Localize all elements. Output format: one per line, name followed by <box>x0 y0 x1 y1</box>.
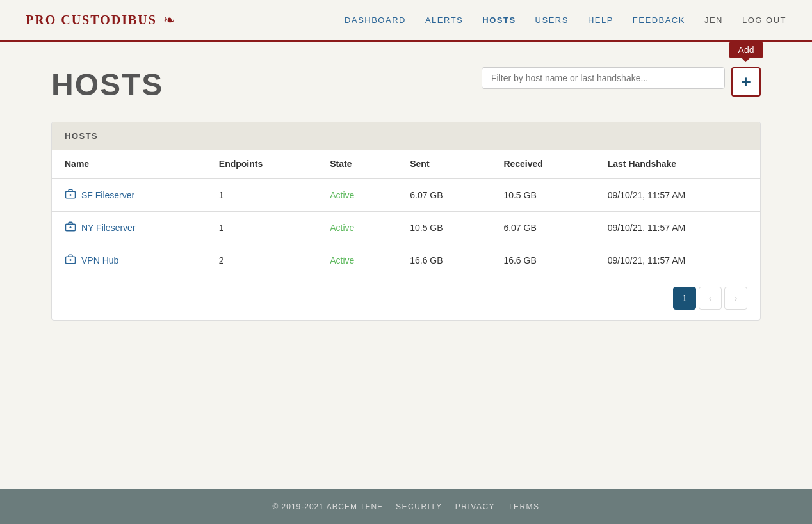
cell-name-0: SF Fileserver <box>52 179 206 212</box>
nav-feedback[interactable]: FEEDBACK <box>633 15 685 25</box>
host-icon-1 <box>65 221 76 235</box>
cell-state-1: Active <box>317 212 397 244</box>
add-host-button[interactable]: + <box>731 67 761 97</box>
header: PRO CUSTODIBUS ❧ DASHBOARD ALERTS HOSTS … <box>0 0 812 42</box>
host-icon-2 <box>65 253 76 267</box>
pagination: 1 ‹ › <box>52 276 760 320</box>
table-row: VPN Hub 2 Active 16.6 GB 16.6 GB 09/10/2… <box>52 244 760 277</box>
col-sent: Sent <box>397 150 491 179</box>
brand-icon: ❧ <box>163 12 175 29</box>
cell-endpoints-1: 1 <box>206 212 317 244</box>
footer: © 2019-2021 ARCEM TENE SECURITY PRIVACY … <box>0 489 812 524</box>
nav-help[interactable]: HELP <box>588 15 613 25</box>
table-header-row: Name Endpoints State Sent Received Last … <box>52 150 760 179</box>
add-button-container: Add + <box>731 67 761 97</box>
hosts-table: Name Endpoints State Sent Received Last … <box>52 150 760 276</box>
cell-state-0: Active <box>317 179 397 212</box>
nav-logout[interactable]: LOG OUT <box>742 15 786 25</box>
col-name: Name <box>52 150 206 179</box>
col-state: State <box>317 150 397 179</box>
col-endpoints: Endpoints <box>206 150 317 179</box>
hosts-table-container: HOSTS Name Endpoints State Sent Received… <box>51 122 761 321</box>
cell-state-2: Active <box>317 244 397 277</box>
host-link-0[interactable]: SF Fileserver <box>65 188 193 202</box>
filter-row: Add + <box>482 67 761 97</box>
search-input[interactable] <box>482 67 725 89</box>
cell-received-0: 10.5 GB <box>491 179 594 212</box>
host-link-2[interactable]: VPN Hub <box>65 253 193 267</box>
main-content: HOSTS Add + HOSTS Name Endpoints State S… <box>0 42 812 489</box>
nav-dashboard[interactable]: DASHBOARD <box>345 15 406 25</box>
nav-users[interactable]: USERS <box>535 15 569 25</box>
table-row: SF Fileserver 1 Active 6.07 GB 10.5 GB 0… <box>52 179 760 212</box>
cell-sent-0: 6.07 GB <box>397 179 491 212</box>
host-name-1: NY Fileserver <box>81 223 136 233</box>
cell-received-1: 6.07 GB <box>491 212 594 244</box>
cell-sent-1: 10.5 GB <box>397 212 491 244</box>
nav-hosts[interactable]: HOSTS <box>482 15 516 25</box>
nav-user[interactable]: JEN <box>704 15 723 25</box>
col-received: Received <box>491 150 594 179</box>
prev-page-button[interactable]: ‹ <box>699 287 722 310</box>
host-name-0: SF Fileserver <box>81 190 134 200</box>
footer-security[interactable]: SECURITY <box>396 502 443 511</box>
host-name-2: VPN Hub <box>81 255 118 266</box>
cell-name-1: NY Fileserver <box>52 212 206 244</box>
cell-name-2: VPN Hub <box>52 244 206 277</box>
next-page-button[interactable]: › <box>724 287 747 310</box>
cell-endpoints-0: 1 <box>206 179 317 212</box>
add-tooltip: Add <box>729 42 763 58</box>
logo: PRO CUSTODIBUS ❧ <box>26 12 175 29</box>
footer-privacy[interactable]: PRIVACY <box>455 502 495 511</box>
cell-sent-2: 16.6 GB <box>397 244 491 277</box>
cell-handshake-1: 09/10/21, 11:57 AM <box>595 212 760 244</box>
nav-alerts[interactable]: ALERTS <box>425 15 463 25</box>
host-link-1[interactable]: NY Fileserver <box>65 221 193 235</box>
page-1-button[interactable]: 1 <box>673 287 696 310</box>
footer-copyright: © 2019-2021 ARCEM TENE <box>272 502 383 511</box>
cell-handshake-0: 09/10/21, 11:57 AM <box>595 179 760 212</box>
col-last-handshake: Last Handshake <box>595 150 760 179</box>
host-icon-0 <box>65 188 76 202</box>
table-section-label: HOSTS <box>52 122 760 150</box>
cell-received-2: 16.6 GB <box>491 244 594 277</box>
brand-name: PRO CUSTODIBUS <box>26 13 157 28</box>
footer-terms[interactable]: TERMS <box>508 502 540 511</box>
main-nav: DASHBOARD ALERTS HOSTS USERS HELP FEEDBA… <box>345 15 786 25</box>
plus-icon: + <box>741 72 751 92</box>
cell-endpoints-2: 2 <box>206 244 317 277</box>
cell-handshake-2: 09/10/21, 11:57 AM <box>595 244 760 277</box>
table-row: NY Fileserver 1 Active 10.5 GB 6.07 GB 0… <box>52 212 760 244</box>
